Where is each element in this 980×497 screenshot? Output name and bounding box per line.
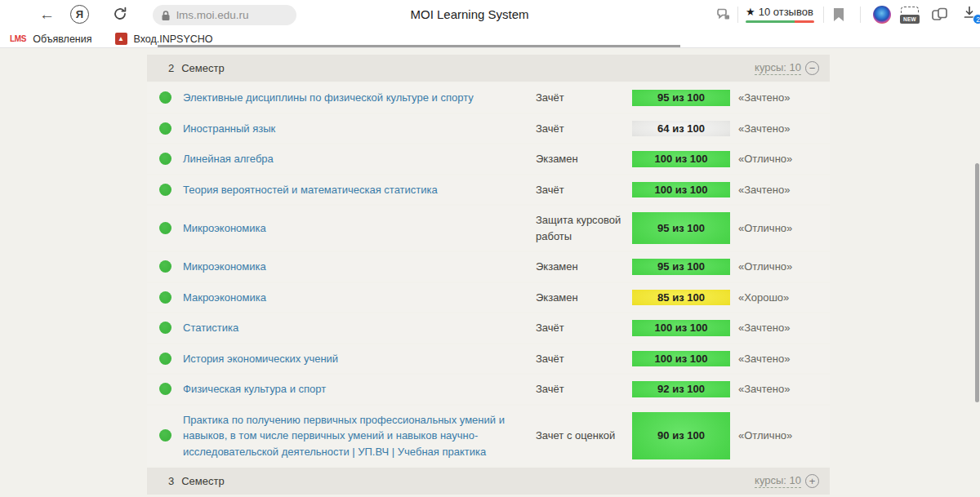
collections-button[interactable] bbox=[931, 7, 949, 26]
course-link[interactable]: Элективные дисциплины по физической куль… bbox=[183, 91, 474, 104]
semester-footer: 3 Семестр курсы: 10 + bbox=[147, 468, 830, 495]
course-link[interactable]: Иностранный язык bbox=[183, 122, 275, 135]
course-cell: Иностранный язык bbox=[183, 121, 536, 137]
table-row: Практика по получению первичных професси… bbox=[147, 406, 830, 467]
assessment-type: Зачёт bbox=[536, 381, 632, 397]
status-dot-icon bbox=[159, 222, 172, 234]
course-link[interactable]: Физическая культура и спорт bbox=[183, 383, 326, 395]
course-link[interactable]: Макроэкономика bbox=[183, 291, 266, 304]
score-cell: 95 из 100 bbox=[632, 259, 730, 275]
back-button[interactable]: ← bbox=[39, 7, 55, 22]
course-link[interactable]: Статистика bbox=[183, 322, 238, 334]
semester-number: 2 bbox=[168, 62, 174, 74]
bookmark-icon[interactable] bbox=[834, 8, 844, 21]
status-dot-icon bbox=[159, 322, 172, 334]
score-cell: 92 из 100 bbox=[632, 381, 730, 397]
status-cell bbox=[147, 353, 183, 365]
bookmark-label: Вход.INPSYCHO bbox=[134, 33, 213, 45]
chrome-divider bbox=[0, 47, 980, 48]
marquee-dots bbox=[901, 7, 919, 13]
course-link[interactable]: История экономических учений bbox=[183, 353, 338, 365]
status-dot-icon bbox=[159, 122, 172, 135]
status-cell bbox=[147, 322, 183, 334]
status-dot-icon bbox=[159, 260, 172, 273]
score-cell: 85 из 100 bbox=[632, 290, 730, 306]
url-text: lms.moi.edu.ru bbox=[176, 9, 249, 21]
score-cell: 95 из 100 bbox=[632, 212, 730, 244]
vertical-scrollbar-thumb[interactable] bbox=[975, 163, 979, 402]
score-cell: 100 из 100 bbox=[632, 320, 730, 336]
semester-header: 2 Семестр курсы: 10 − bbox=[147, 55, 830, 82]
course-link[interactable]: Микроэкономика bbox=[183, 222, 266, 234]
grade-text: «Зачтено» bbox=[730, 383, 830, 395]
grade-text: «Отлично» bbox=[730, 153, 830, 165]
assessment-type: Экзамен bbox=[536, 290, 632, 306]
address-bar[interactable]: lms.moi.edu.ru bbox=[153, 5, 296, 25]
assessment-type: Зачёт bbox=[536, 182, 632, 198]
score-badge: 95 из 100 bbox=[632, 259, 730, 275]
refresh-button[interactable] bbox=[112, 6, 128, 25]
table-row: Физическая культура и спортЗачёт92 из 10… bbox=[147, 375, 830, 404]
score-badge: 85 из 100 bbox=[632, 290, 730, 306]
status-dot-icon bbox=[159, 291, 172, 304]
grade-text: «Отлично» bbox=[730, 429, 830, 442]
site-rating-widget[interactable]: ★ 10 отзывов bbox=[746, 6, 814, 23]
assessment-type: Зачет с оценкой bbox=[536, 428, 632, 444]
chat-button[interactable] bbox=[715, 7, 732, 26]
courses-collapse-toggle[interactable]: курсы: 10 − bbox=[755, 61, 819, 75]
new-marquee-icon[interactable]: NEW bbox=[900, 7, 920, 24]
rating-count-label: 10 отзывов bbox=[759, 6, 813, 18]
assessment-type: Зачёт bbox=[536, 90, 632, 106]
status-dot-icon bbox=[159, 383, 172, 395]
grade-text: «Зачтено» bbox=[730, 184, 830, 196]
assessment-type: Зачёт bbox=[536, 320, 632, 336]
extension-circle-icon[interactable] bbox=[873, 6, 891, 24]
score-badge: 92 из 100 bbox=[632, 381, 730, 397]
grade-text: «Отлично» bbox=[730, 222, 830, 234]
score-cell: 100 из 100 bbox=[632, 182, 730, 198]
course-link[interactable]: Практика по получению первичных професси… bbox=[183, 414, 505, 458]
lms-page: 2 Семестр курсы: 10 − Элективные дисципл… bbox=[0, 48, 980, 497]
downloads-button[interactable]: 2 bbox=[962, 5, 980, 24]
score-badge: 100 из 100 bbox=[632, 182, 730, 198]
minus-circle-icon: − bbox=[805, 61, 819, 75]
course-link[interactable]: Линейная алгебра bbox=[183, 153, 274, 165]
bookmark-item-inpsycho[interactable]: ▲ Вход.INPSYCHO bbox=[115, 33, 213, 45]
courses-expand-toggle[interactable]: курсы: 10 + bbox=[755, 474, 819, 488]
course-cell: Макроэкономика bbox=[183, 290, 536, 306]
score-badge: 64 из 100 bbox=[632, 121, 730, 137]
grade-text: «Зачтено» bbox=[730, 91, 830, 104]
bookmark-item-lms[interactable]: LMS Объявления bbox=[10, 33, 92, 45]
yandex-logo-button[interactable]: Я bbox=[70, 5, 89, 24]
status-dot-icon bbox=[159, 429, 172, 442]
lock-icon bbox=[161, 10, 171, 21]
browser-toolbar: ← Я lms.moi.edu.ru MOI Learning System ★… bbox=[0, 0, 980, 29]
page-title: MOI Learning System bbox=[359, 7, 580, 21]
score-cell: 100 из 100 bbox=[632, 151, 730, 167]
bookmark-label: Объявления bbox=[33, 33, 91, 45]
toolbar-separator bbox=[823, 7, 824, 23]
status-dot-icon bbox=[159, 353, 172, 365]
score-cell: 64 из 100 bbox=[632, 121, 730, 137]
table-row: Теория вероятностей и математическая ста… bbox=[147, 175, 830, 205]
yandex-logo-letter: Я bbox=[76, 8, 83, 20]
rows-list: Элективные дисциплины по физической куль… bbox=[147, 82, 830, 468]
course-cell: Линейная алгебра bbox=[183, 151, 536, 167]
status-cell bbox=[147, 291, 183, 304]
status-cell bbox=[147, 91, 183, 104]
score-cell: 100 из 100 bbox=[632, 351, 730, 367]
course-cell: Теория вероятностей и математическая ста… bbox=[183, 182, 536, 198]
inpsycho-favicon: ▲ bbox=[115, 33, 127, 45]
toolbar-separator bbox=[737, 7, 738, 23]
assessment-type: Экзамен bbox=[536, 151, 632, 167]
score-badge: 95 из 100 bbox=[632, 212, 730, 244]
courses-count-label: курсы: 10 bbox=[755, 61, 801, 75]
grade-text: «Зачтено» bbox=[730, 353, 830, 365]
course-link[interactable]: Теория вероятностей и математическая ста… bbox=[183, 184, 438, 196]
course-link[interactable]: Микроэкономика bbox=[183, 260, 266, 273]
courses-count-label: курсы: 10 bbox=[755, 474, 801, 488]
table-row: История экономических ученийЗачёт100 из … bbox=[147, 344, 830, 374]
course-cell: Элективные дисциплины по физической куль… bbox=[183, 90, 536, 106]
status-dot-icon bbox=[159, 91, 172, 104]
table-row: МикроэкономикаЗащита курсовой работы95 и… bbox=[147, 206, 830, 251]
